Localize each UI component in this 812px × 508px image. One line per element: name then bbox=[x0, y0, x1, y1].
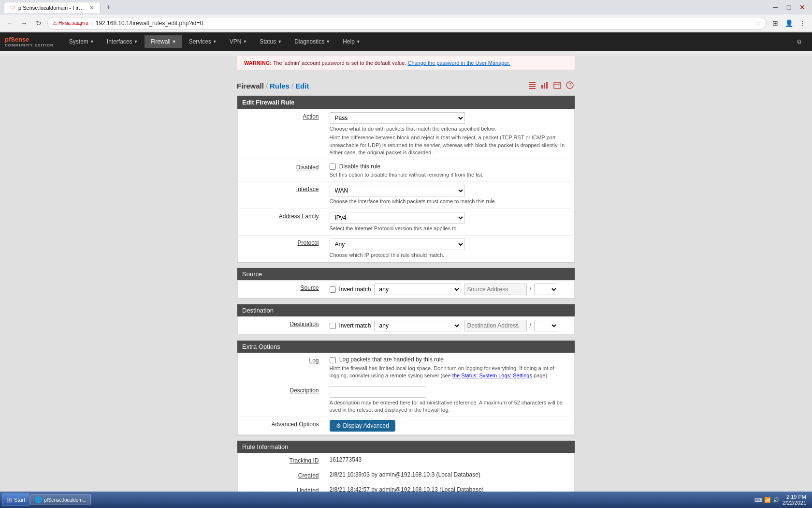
display-advanced-btn[interactable]: ⚙ Display Advanced bbox=[330, 420, 395, 432]
destination-type-select[interactable]: any Single host or alias Network bbox=[374, 320, 461, 331]
warning-text: The 'admin' account password is set to t… bbox=[273, 60, 406, 66]
log-checkbox-label[interactable]: Log packets that are handled by this rul… bbox=[330, 356, 444, 363]
destination-invert-checkbox[interactable] bbox=[330, 323, 336, 329]
address-family-select[interactable]: IPv4 IPv6 IPv4+IPv6 bbox=[330, 212, 465, 224]
interface-select[interactable]: WAN LAN OPT1 bbox=[330, 185, 465, 196]
disabled-label: Disabled bbox=[296, 164, 319, 171]
nav-firewall[interactable]: Firewall ▼ bbox=[145, 35, 182, 48]
svg-text:?: ? bbox=[569, 83, 572, 88]
nav-right: ⧉ bbox=[791, 35, 807, 48]
breadcrumb-actions: ? bbox=[527, 75, 575, 95]
edit-firewall-rule-header: Edit Firewall Rule bbox=[237, 96, 575, 109]
destination-table: Destination Invert match any Single host… bbox=[237, 316, 575, 335]
action-select[interactable]: Pass Block Reject bbox=[330, 112, 465, 124]
warning-banner: WARNING: The 'admin' account password is… bbox=[237, 56, 575, 70]
destination-row: Destination Invert match any Single host… bbox=[238, 317, 575, 335]
destination-cidr-select[interactable]: 32 24 bbox=[534, 320, 558, 331]
protocol-value-cell: Any TCP UDP TCP/UDP ICMP Choose which IP… bbox=[325, 236, 575, 262]
protocol-select[interactable]: Any TCP UDP TCP/UDP ICMP bbox=[330, 239, 465, 250]
description-row: Description A description may be entered… bbox=[238, 383, 575, 417]
nav-diagnostics[interactable]: Diagnostics ▼ bbox=[289, 35, 336, 48]
taskbar-item-pfsense[interactable]: 🌐 pfSense.localdom... bbox=[30, 494, 91, 505]
source-type-select[interactable]: any Single host or alias Network bbox=[374, 284, 461, 295]
nav-status[interactable]: Status ▼ bbox=[254, 35, 288, 48]
breadcrumb-firewall: Firewall bbox=[237, 82, 264, 90]
profile-btn[interactable]: 👤 bbox=[783, 17, 795, 29]
disabled-checkbox[interactable] bbox=[330, 164, 336, 170]
protocol-help: Choose which IP protocol this rule shoul… bbox=[330, 252, 570, 259]
logo-pf: pf bbox=[5, 36, 11, 43]
created-value-cell: 2/8/21 10:39:03 by admin@192.168.10.3 (L… bbox=[325, 468, 575, 483]
list-view-btn[interactable] bbox=[527, 80, 537, 90]
action-help1: Choose what to do with packets that matc… bbox=[330, 125, 570, 133]
source-slash: / bbox=[530, 286, 531, 293]
nav-interfaces[interactable]: Interfaces ▼ bbox=[101, 35, 144, 48]
nav-services[interactable]: Services ▼ bbox=[183, 35, 223, 48]
svg-rect-6 bbox=[546, 82, 548, 89]
tracking-id-value: 1612773543 bbox=[330, 456, 362, 463]
forward-btn[interactable]: → bbox=[18, 17, 30, 29]
interface-value-cell: WAN LAN OPT1 Choose the interface from w… bbox=[325, 182, 575, 209]
source-invert-label[interactable]: Invert match bbox=[330, 286, 371, 293]
windows-icon: ⊞ bbox=[6, 496, 12, 504]
action-row: Action Pass Block Reject Choose what to … bbox=[238, 109, 575, 160]
security-warning: ⚠ Няма защита bbox=[53, 20, 88, 26]
destination-slash: / bbox=[530, 322, 531, 329]
maximize-btn[interactable]: □ bbox=[783, 1, 795, 13]
address-bar[interactable]: ⚠ Няма защита | 192.168.10.1/firewall_ru… bbox=[47, 17, 767, 30]
rule-info-header: Rule Information bbox=[237, 441, 575, 453]
star-icon[interactable]: ☆ bbox=[755, 19, 761, 27]
nav-external[interactable]: ⧉ bbox=[791, 35, 807, 48]
interface-help: Choose the interface from which packets … bbox=[330, 198, 570, 205]
nav-vpn[interactable]: VPN ▼ bbox=[224, 35, 253, 48]
disabled-value-cell: Disable this rule Set this option to dis… bbox=[325, 160, 575, 182]
disabled-row: Disabled Disable this rule Set this opti… bbox=[238, 160, 575, 182]
chart-btn[interactable] bbox=[539, 80, 550, 90]
destination-label-cell: Destination bbox=[238, 317, 325, 335]
nav-arrow: ▼ bbox=[90, 39, 94, 44]
log-hint-link[interactable]: the Status: System Logs: Settings bbox=[452, 373, 532, 378]
destination-address-input[interactable] bbox=[464, 320, 527, 331]
source-address-input[interactable] bbox=[464, 284, 527, 295]
description-label: Description bbox=[290, 387, 319, 394]
source-cidr-select[interactable]: 32 24 bbox=[534, 284, 558, 295]
svg-rect-1 bbox=[529, 84, 536, 85]
edit-firewall-rule-section: Edit Firewall Rule Action Pass Block Rej… bbox=[237, 95, 575, 263]
log-row: Log Log packets that are handled by this… bbox=[238, 353, 575, 383]
warning-link[interactable]: Change the password in the User Manager. bbox=[407, 60, 510, 66]
browser-chrome: 🛡 pfSense.localdomain - Firewall: R... ✕… bbox=[0, 0, 812, 32]
nav-system[interactable]: System ▼ bbox=[63, 35, 100, 48]
description-help: A description may be entered here for ad… bbox=[330, 399, 570, 414]
nav-arrow-firewall: ▼ bbox=[172, 39, 176, 44]
log-value-cell: Log packets that are handled by this rul… bbox=[325, 353, 575, 383]
browser-tab[interactable]: 🛡 pfSense.localdomain - Firewall: R... ✕ bbox=[4, 2, 101, 13]
main-content: WARNING: The 'admin' account password is… bbox=[232, 56, 580, 508]
tracking-id-label: Tracking ID bbox=[290, 457, 319, 464]
nav-arrow-interfaces: ▼ bbox=[134, 39, 138, 44]
back-btn[interactable]: ← bbox=[4, 17, 15, 29]
help-btn[interactable]: ? bbox=[565, 80, 575, 90]
nav-arrow-status: ▼ bbox=[277, 39, 282, 44]
extensions-btn[interactable]: ⊞ bbox=[769, 17, 781, 29]
minimize-btn[interactable]: ─ bbox=[769, 1, 781, 13]
source-row: Source Invert match any Single host or a… bbox=[238, 281, 575, 299]
menu-btn[interactable]: ⋮ bbox=[797, 17, 808, 29]
log-checkbox[interactable] bbox=[330, 357, 336, 363]
reload-btn[interactable]: ↻ bbox=[33, 17, 44, 29]
source-invert-checkbox[interactable] bbox=[330, 286, 336, 293]
breadcrumb-rules[interactable]: Rules bbox=[270, 82, 290, 90]
disabled-checkbox-text: Disable this rule bbox=[339, 163, 380, 170]
breadcrumb-row: Firewall / Rules / Edit ? bbox=[237, 75, 575, 95]
disabled-checkbox-label[interactable]: Disable this rule bbox=[330, 163, 381, 170]
new-tab-btn[interactable]: + bbox=[103, 2, 114, 13]
start-button[interactable]: ⊞ Start bbox=[2, 493, 29, 506]
close-btn[interactable]: ✕ bbox=[797, 1, 808, 13]
nav-help[interactable]: Help ▼ bbox=[337, 35, 366, 48]
keyboard-icon: ⌨ bbox=[754, 497, 762, 503]
logo-edition: COMMUNITY EDITION bbox=[5, 43, 54, 47]
calendar-btn[interactable] bbox=[552, 80, 563, 90]
destination-invert-label[interactable]: Invert match bbox=[330, 322, 371, 329]
tab-close-btn[interactable]: ✕ bbox=[89, 4, 94, 11]
nav-arrow-services: ▼ bbox=[213, 39, 217, 44]
description-input[interactable] bbox=[330, 386, 426, 398]
